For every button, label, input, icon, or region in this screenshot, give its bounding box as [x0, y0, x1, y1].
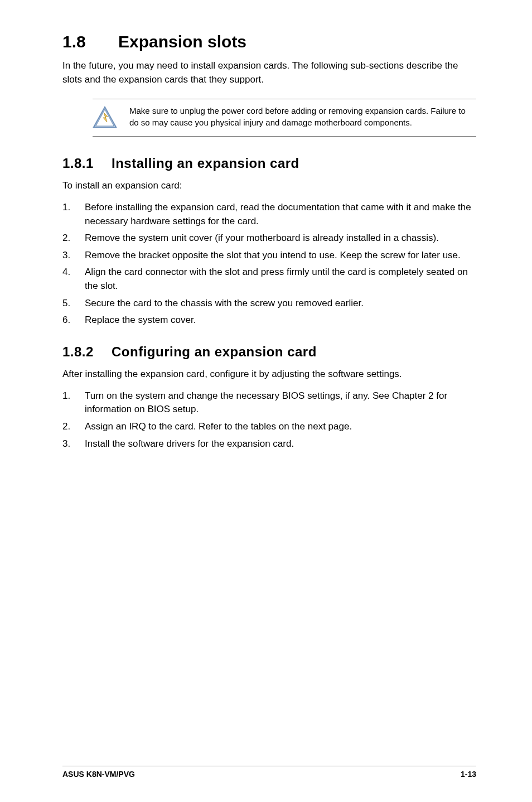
- subsection-number: 1.8.2: [62, 344, 112, 360]
- subsection-lead: To install an expansion card:: [62, 179, 476, 193]
- list-item: Install the software drivers for the exp…: [62, 437, 476, 451]
- warning-box: Make sure to unplug the power cord befor…: [93, 99, 476, 137]
- section-intro: In the future, you may need to install e…: [62, 59, 476, 86]
- warning-icon: [93, 106, 117, 131]
- subsection-title: Configuring an expansion card: [112, 344, 317, 359]
- footer-product: ASUS K8N-VM/PVG: [62, 770, 135, 779]
- subsection-number: 1.8.1: [62, 156, 112, 171]
- subsection-heading: 1.8.2Configuring an expansion card: [62, 344, 476, 360]
- step-text: Remove the system unit cover (if your mo…: [85, 231, 476, 245]
- list-item: Align the card connector with the slot a…: [62, 265, 476, 293]
- list-item: Replace the system cover.: [62, 313, 476, 327]
- configure-steps-list: Turn on the system and change the necess…: [62, 389, 476, 451]
- subsection-heading: 1.8.1Installing an expansion card: [62, 156, 476, 171]
- page-footer: ASUS K8N-VM/PVG 1-13: [62, 766, 476, 779]
- section-title: Expansion slots: [118, 32, 246, 51]
- warning-text: Make sure to unplug the power cord befor…: [129, 105, 476, 128]
- subsection-title: Installing an expansion card: [112, 156, 299, 171]
- step-text: Before installing the expansion card, re…: [85, 201, 476, 228]
- install-steps-list: Before installing the expansion card, re…: [62, 201, 476, 327]
- section-heading: 1.8Expansion slots: [62, 32, 476, 51]
- footer-page-number: 1-13: [461, 770, 476, 779]
- list-item: Before installing the expansion card, re…: [62, 201, 476, 228]
- section-number: 1.8: [62, 32, 118, 51]
- step-text: Secure the card to the chassis with the …: [85, 297, 476, 311]
- step-text: Align the card connector with the slot a…: [85, 265, 476, 293]
- step-text: Remove the bracket opposite the slot tha…: [85, 249, 476, 263]
- list-item: Secure the card to the chassis with the …: [62, 297, 476, 311]
- subsection-lead: After installing the expansion card, con…: [62, 368, 476, 381]
- step-text: Turn on the system and change the necess…: [85, 389, 476, 417]
- list-item: Turn on the system and change the necess…: [62, 389, 476, 417]
- list-item: Remove the bracket opposite the slot tha…: [62, 249, 476, 263]
- step-text: Replace the system cover.: [85, 313, 476, 327]
- step-text: Assign an IRQ to the card. Refer to the …: [85, 420, 476, 434]
- step-text: Install the software drivers for the exp…: [85, 437, 476, 451]
- list-item: Assign an IRQ to the card. Refer to the …: [62, 420, 476, 434]
- list-item: Remove the system unit cover (if your mo…: [62, 231, 476, 245]
